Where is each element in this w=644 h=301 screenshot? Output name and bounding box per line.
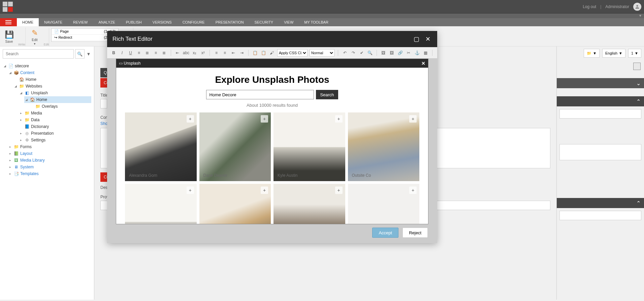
indent2-button[interactable]: ⇥ — [238, 51, 245, 55]
format-paint-button[interactable]: 🖌 — [269, 51, 275, 55]
media-button[interactable]: 🖼 — [389, 51, 395, 55]
rp-input-1[interactable] — [559, 109, 641, 119]
photo-card[interactable]: +Outsite Co — [348, 112, 420, 181]
tab-publish[interactable]: PUBLISH — [121, 18, 147, 26]
find-button[interactable]: 🔍 — [367, 51, 373, 55]
unsplash-search-button[interactable]: Search — [316, 90, 338, 99]
add-photo-button[interactable]: + — [187, 115, 194, 123]
tab-analyze[interactable]: ANALYZE — [93, 18, 120, 26]
tab-versions[interactable]: VERSIONS — [147, 18, 177, 26]
italic-button[interactable]: I — [119, 51, 125, 55]
list-unordered-button[interactable]: ≡ — [222, 51, 228, 55]
add-photo-button[interactable]: + — [187, 187, 194, 194]
tab-home[interactable]: HOME — [17, 18, 39, 26]
bold-button[interactable]: B — [110, 51, 117, 55]
rp-input-3[interactable] — [559, 211, 641, 220]
tree-system[interactable]: ▸🖥System — [8, 164, 91, 170]
outdent-button[interactable]: ⇤ — [230, 51, 236, 55]
tab-configure[interactable]: CONFIGURE — [177, 18, 210, 26]
subscript-button[interactable]: x₂ — [191, 51, 198, 55]
search-options[interactable]: ▼ — [86, 49, 91, 59]
css-class-select[interactable]: Apply CSS Cl... — [277, 49, 308, 57]
link-button[interactable]: 🔗 — [397, 51, 404, 55]
anchor-button[interactable]: ⚓ — [414, 51, 420, 55]
tree-layout[interactable]: ▸📗Layout — [8, 150, 91, 157]
underline-button[interactable]: U — [127, 51, 134, 55]
photo-card[interactable]: +Kyle Austin — [273, 112, 345, 181]
maximize-button[interactable]: ▢ — [412, 35, 420, 43]
photo-card[interactable]: + — [125, 184, 197, 224]
redo-button[interactable]: ↷ — [350, 51, 356, 55]
tree-media[interactable]: ▸📁Media — [19, 110, 91, 116]
tree-dictionary[interactable]: 📘Dictionary — [19, 123, 91, 130]
close-button[interactable]: ✕ — [424, 35, 432, 43]
tab-security[interactable]: SECURITY — [249, 18, 279, 26]
align-left-button[interactable]: ≡ — [136, 51, 142, 55]
tab-presentation[interactable]: PRESENTATION — [210, 18, 249, 26]
accordion-bar-3[interactable]: ⌃ — [557, 198, 644, 208]
align-right-button[interactable]: ≡ — [153, 51, 159, 55]
paragraph-select[interactable]: Normal — [310, 49, 334, 57]
list-ordered-button[interactable]: ≡ — [213, 51, 220, 55]
version-dropdown[interactable]: 1▼ — [628, 49, 641, 58]
add-photo-button[interactable]: + — [335, 115, 343, 123]
align-justify-button[interactable]: ≣ — [161, 51, 167, 55]
user-avatar[interactable] — [633, 3, 641, 11]
unlink-button[interactable]: ✂ — [406, 51, 412, 55]
add-photo-button[interactable]: + — [409, 115, 417, 123]
tab-my-toolbar[interactable]: MY TOOLBAR — [299, 18, 334, 26]
tree-unsplash[interactable]: ◢◧Unsplash — [19, 90, 91, 96]
tree-settings[interactable]: ▸⚙Settings — [19, 137, 91, 143]
save-button[interactable]: 💾 Save — [0, 28, 18, 46]
tree-root[interactable]: ◢📄sitecore — [3, 63, 91, 69]
accordion-bar-2[interactable]: ⌃ — [557, 96, 644, 106]
edit-button[interactable]: ✎ Edit▼ — [26, 28, 44, 46]
tree-websites[interactable]: ◢📁Websites — [13, 83, 91, 90]
folder-dropdown[interactable]: 📁▼ — [584, 49, 600, 58]
language-dropdown[interactable]: English▼ — [602, 49, 625, 58]
superscript-button[interactable]: x² — [200, 51, 206, 55]
photo-card[interactable]: + — [348, 184, 420, 224]
photo-card[interactable]: +Alexandra Gorn — [125, 112, 197, 181]
tree-search-input[interactable] — [3, 49, 74, 59]
tree-overlays[interactable]: 📁Overlays — [30, 103, 91, 110]
accept-button[interactable]: Accept — [372, 228, 398, 238]
paste-word-button[interactable]: 📋 — [260, 51, 267, 55]
tree-content[interactable]: ◢📦Content — [8, 69, 91, 76]
tab-review[interactable]: REVIEW — [68, 18, 93, 26]
tab-navigate[interactable]: NAVIGATE — [39, 18, 68, 26]
photo-card[interactable]: + — [273, 184, 345, 224]
table-button[interactable]: ▦ — [422, 51, 429, 55]
add-photo-button[interactable]: + — [261, 187, 268, 194]
add-photo-button[interactable]: + — [261, 115, 268, 123]
logout-link[interactable]: Log out — [583, 4, 596, 9]
field-title-input[interactable] — [100, 99, 107, 108]
reject-button[interactable]: Reject — [402, 228, 428, 238]
paste-button[interactable]: 📋 — [252, 51, 258, 55]
tab-view[interactable]: VIEW — [279, 18, 299, 26]
indent-button[interactable]: ⇤ — [174, 51, 181, 55]
unsplash-close-button[interactable]: ✕ — [421, 61, 425, 66]
chevron-down-icon[interactable]: ▼ — [639, 14, 642, 18]
tree-presentation[interactable]: ▸◎Presentation — [19, 130, 91, 137]
tree-templates[interactable]: ▸📑Templates — [8, 170, 91, 177]
align-center-button[interactable]: ≣ — [144, 51, 151, 55]
tree-forms[interactable]: ▸📁Forms — [8, 143, 91, 150]
unsplash-search-input[interactable] — [206, 90, 314, 99]
add-photo-button[interactable]: + — [335, 187, 343, 194]
photo-card[interactable]: +Dane Deaner — [199, 112, 271, 181]
image-button[interactable]: 🖼 — [380, 51, 387, 55]
undo-button[interactable]: ↶ — [342, 51, 348, 55]
add-photo-button[interactable]: + — [409, 187, 417, 194]
tree-home-selected[interactable]: ◢🏠Home — [24, 96, 91, 103]
tree-data[interactable]: ▸📁Data — [19, 116, 91, 123]
spellcheck-button[interactable]: ✔ — [358, 51, 365, 55]
photo-card[interactable]: + — [199, 184, 271, 224]
accordion-bar-1[interactable]: ⌄ — [557, 78, 644, 88]
tree-home[interactable]: 🏠Home — [13, 76, 91, 83]
tree-media-library[interactable]: ▸🖼Media Library — [8, 157, 91, 164]
strikethrough-button[interactable]: abc — [183, 51, 189, 55]
menu-button[interactable] — [0, 18, 17, 26]
search-button[interactable]: 🔍 — [75, 49, 85, 59]
rp-input-2[interactable] — [559, 144, 641, 160]
